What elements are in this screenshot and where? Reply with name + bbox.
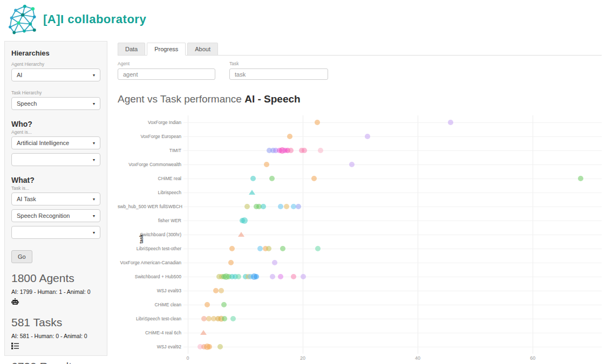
data-point[interactable] — [272, 260, 277, 265]
go-button[interactable]: Go — [11, 250, 32, 263]
tasks-breakdown: AI: 581 - Human: 0 - Animal: 0 — [11, 333, 100, 339]
data-point[interactable] — [296, 204, 301, 209]
row-line — [183, 122, 602, 123]
chart-row: VoxForge European — [118, 129, 602, 143]
robot-icon — [11, 298, 19, 305]
data-point[interactable] — [249, 190, 255, 195]
data-point[interactable] — [280, 246, 285, 251]
chart-rows: VoxForge IndianVoxForge EuropeanTIMITVox… — [118, 111, 602, 354]
row-line — [183, 150, 602, 151]
data-point[interactable] — [222, 316, 227, 321]
row-line — [183, 164, 602, 165]
task-filter-label: Task — [229, 61, 328, 66]
data-point[interactable] — [201, 316, 207, 321]
chart-row-area — [188, 326, 602, 340]
row-line — [183, 333, 602, 333]
row-line — [183, 193, 602, 193]
x-tick-label: 40 — [415, 355, 420, 361]
data-point[interactable] — [311, 176, 317, 181]
data-point[interactable] — [288, 148, 294, 153]
data-point[interactable] — [261, 204, 266, 209]
data-point[interactable] — [254, 274, 259, 279]
data-point[interactable] — [236, 274, 241, 279]
data-point[interactable] — [301, 274, 306, 279]
data-point[interactable] — [365, 134, 370, 139]
results-count: 6720 Results — [11, 360, 100, 364]
data-point[interactable] — [264, 162, 269, 167]
chart-row-area — [188, 214, 602, 228]
chart-row: VoxForge Indian — [118, 115, 602, 129]
data-point[interactable] — [207, 344, 212, 349]
chart-row-area — [188, 157, 602, 171]
task-subtype-select[interactable]: Speech Recognition ▾ — [11, 209, 100, 222]
task-filter-input[interactable] — [229, 68, 328, 80]
agent-hierarchy-select[interactable]: AI ▾ — [11, 68, 100, 81]
data-point[interactable] — [287, 134, 292, 139]
data-point[interactable] — [200, 330, 207, 335]
data-point[interactable] — [349, 162, 355, 167]
agent-type-select[interactable]: Artificial Intelligence ▾ — [11, 136, 100, 149]
agent-filter-input[interactable] — [118, 68, 215, 80]
data-point[interactable] — [266, 246, 271, 251]
agent-subtype-select[interactable]: ▾ — [11, 153, 100, 166]
chevron-down-icon: ▾ — [93, 214, 95, 218]
task-type-select[interactable]: AI Task ▾ — [11, 193, 100, 205]
row-line — [183, 263, 602, 263]
task-subsubtype-select[interactable]: ▾ — [11, 226, 100, 239]
data-point[interactable] — [213, 288, 219, 293]
row-line — [183, 178, 602, 179]
chart-row: LibriSpeech test-other — [118, 242, 602, 256]
data-point[interactable] — [269, 176, 275, 181]
data-point[interactable] — [318, 148, 323, 153]
data-point[interactable] — [578, 176, 583, 181]
category-label: VoxForge American-Canadian — [118, 260, 188, 265]
row-line — [183, 347, 602, 347]
row-line — [183, 249, 602, 249]
data-point[interactable] — [291, 274, 296, 279]
chevron-down-icon: ▾ — [93, 73, 95, 78]
tab-about[interactable]: About — [187, 43, 218, 56]
task-hierarchy-select[interactable]: Speech ▾ — [11, 97, 100, 110]
data-point[interactable] — [257, 246, 263, 251]
chart-row: fisher WER — [118, 214, 602, 228]
data-point[interactable] — [228, 260, 234, 265]
data-point[interactable] — [219, 288, 224, 293]
data-point[interactable] — [221, 302, 227, 307]
data-point[interactable] — [238, 232, 244, 237]
data-point[interactable] — [302, 148, 307, 153]
data-point[interactable] — [244, 204, 250, 209]
chart-row: WSJ eval93 — [118, 284, 602, 298]
data-point[interactable] — [278, 204, 283, 209]
data-point[interactable] — [278, 274, 283, 279]
data-point[interactable] — [270, 274, 275, 279]
chart-row-area — [188, 129, 602, 143]
tab-data[interactable]: Data — [118, 43, 145, 56]
category-label: Switchboard (300hr) — [118, 232, 188, 237]
data-point[interactable] — [284, 204, 289, 209]
data-point[interactable] — [448, 120, 453, 125]
chart-row: Librispeech — [118, 186, 602, 200]
app-header: [A]I collaboratory — [8, 3, 146, 36]
data-point[interactable] — [315, 120, 320, 125]
data-point[interactable] — [229, 246, 235, 251]
tab-progress[interactable]: Progress — [147, 43, 186, 56]
data-point[interactable] — [205, 302, 210, 307]
data-point[interactable] — [315, 246, 321, 251]
row-line — [183, 319, 602, 319]
data-point[interactable] — [217, 344, 223, 349]
chart-row-area — [188, 171, 602, 186]
y-axis-label: task — [139, 234, 144, 243]
data-point[interactable] — [230, 316, 236, 321]
agent-filter-label: Agent — [118, 61, 215, 66]
category-label: VoxForge Indian — [118, 120, 188, 125]
task-is-label: Task is... — [11, 186, 100, 191]
chart-row: CHiME real — [118, 171, 602, 186]
data-point[interactable] — [250, 176, 256, 181]
category-label: Librispeech — [118, 190, 188, 195]
task-subtype-value: Speech Recognition — [17, 212, 70, 219]
category-label: CHiME real — [118, 176, 188, 181]
data-point[interactable] — [241, 217, 248, 224]
category-label: fisher WER — [118, 218, 188, 223]
chart-row: TIMIT — [118, 143, 602, 157]
what-heading: What? — [11, 176, 100, 184]
